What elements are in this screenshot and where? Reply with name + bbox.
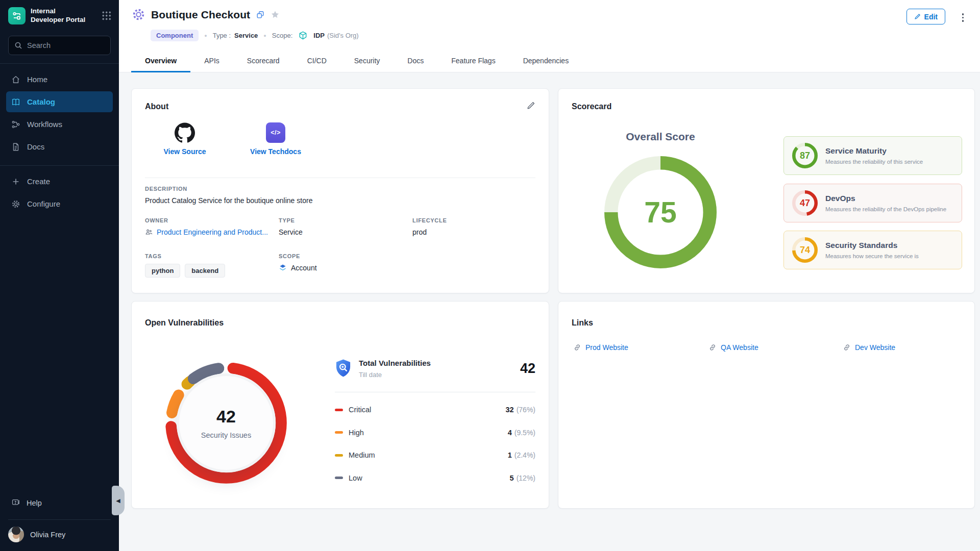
sidebar-item-workflows[interactable]: Workflows (6, 114, 113, 135)
owner-link[interactable]: Product Engineering and Product... (145, 228, 279, 236)
dot-separator: ● (263, 33, 266, 38)
view-source-link[interactable]: View Source (152, 121, 218, 156)
service-maturity-score: 87 (792, 143, 818, 168)
sidebar-item-label: Home (27, 75, 47, 84)
sidebar-item-label: Catalog (27, 97, 55, 106)
sidebar-divider (0, 63, 119, 64)
vulnerabilities-donut: 42 Security Issues (165, 362, 287, 484)
tag-chip[interactable]: backend (185, 264, 225, 278)
edit-button[interactable]: Edit (906, 9, 945, 24)
sidebar-item-configure[interactable]: Configure (6, 193, 113, 214)
severity-label: Low (349, 474, 362, 482)
plus-icon (11, 177, 20, 186)
edit-button-label: Edit (924, 13, 938, 21)
severity-row-medium: Medium 1 (2.4%) (335, 444, 535, 467)
tab-apis[interactable]: APIs (190, 51, 233, 72)
devops-ring: 47 (792, 190, 818, 216)
catalog-book-icon (11, 97, 20, 107)
overall-score-ring: 75 (604, 156, 717, 268)
sidebar-item-home[interactable]: Home (6, 69, 113, 90)
tab-docs[interactable]: Docs (394, 51, 437, 72)
link-prod-website[interactable]: Prod Website (573, 343, 628, 352)
app-grid-icon[interactable] (102, 11, 112, 21)
scope-name: IDP (313, 32, 325, 39)
sidebar-collapse-handle[interactable]: ◀ (112, 486, 125, 515)
links-title: Links (572, 318, 593, 328)
search-input[interactable] (27, 41, 105, 49)
severity-percent: (9.5%) (514, 429, 535, 437)
link-icon (708, 343, 717, 352)
view-techdocs-link[interactable]: </> View Techdocs (242, 121, 309, 156)
about-title: About (145, 102, 168, 111)
brand-name: Internal Developer Portal (31, 7, 97, 24)
type-value: Service (234, 32, 258, 39)
brand: Internal Developer Portal (0, 0, 119, 30)
severity-row-critical: Critical 32 (76%) (335, 398, 535, 421)
tag-chip[interactable]: python (145, 264, 180, 278)
sidebar-item-catalog[interactable]: Catalog (6, 91, 113, 112)
sidebar-item-create[interactable]: Create (6, 171, 113, 192)
tab-feature-flags[interactable]: Feature Flags (437, 51, 509, 72)
help-label: Help (27, 499, 42, 507)
medium-legend-marker (335, 454, 343, 457)
sidebar-item-docs[interactable]: Docs (6, 136, 113, 157)
sidebar-item-label: Create (27, 177, 50, 186)
total-vulnerabilities-value: 42 (520, 359, 535, 377)
sidebar-nav: Home Catalog Workflows Docs (0, 69, 119, 157)
more-options-icon[interactable] (960, 11, 966, 24)
security-standards-score: 74 (792, 237, 818, 263)
scope-label: Scope: (272, 32, 292, 39)
page-title: Boutique Checkout (151, 9, 250, 21)
tab-dependencies[interactable]: Dependencies (509, 51, 583, 72)
divider (145, 178, 535, 178)
tab-security[interactable]: Security (340, 51, 394, 72)
copy-icon[interactable] (256, 10, 265, 19)
devops-score: 47 (792, 190, 818, 216)
component-gear-icon (132, 8, 145, 21)
high-legend-marker (335, 431, 343, 434)
link-qa-website[interactable]: QA Website (708, 343, 758, 352)
overall-score-gauge: Overall Score 75 (558, 89, 763, 293)
security-issues-label: Security Issues (201, 431, 251, 439)
link-dev-website[interactable]: Dev Website (843, 343, 895, 352)
sidebar-item-label: Docs (27, 142, 44, 151)
edit-about-icon[interactable] (526, 101, 535, 110)
about-card: About View Source </> View Techdocs (131, 88, 549, 293)
total-vulnerabilities-title: Total Vulnerabilities (359, 359, 431, 367)
user-menu[interactable]: Olivia Frey (8, 527, 111, 542)
sidebar-item-label: Configure (27, 199, 60, 208)
star-icon[interactable] (271, 10, 280, 19)
user-name: Olivia Frey (30, 531, 65, 539)
tab-cicd[interactable]: CI/CD (293, 51, 340, 72)
severity-label: Medium (349, 451, 375, 459)
scorecard-item-security-standards[interactable]: 74 Security Standards Measures how secur… (783, 231, 962, 269)
avatar (8, 527, 24, 542)
help-button[interactable]: Help (11, 498, 108, 507)
sidebar-bottom: Help Olivia Frey (0, 498, 119, 551)
scorecard-item-devops[interactable]: 47 DevOps Measures the reliability of th… (783, 184, 962, 222)
tab-scorecard[interactable]: Scorecard (233, 51, 293, 72)
overall-score-label: Overall Score (558, 131, 763, 143)
lifecycle-label: LIFECYCLE (412, 217, 535, 223)
critical-legend-marker (335, 409, 343, 411)
account-icon (279, 264, 287, 272)
search-icon (14, 41, 22, 49)
group-icon (145, 228, 153, 236)
vulnerabilities-card: Open Vulnerabilities 42 Security Issues (131, 301, 549, 509)
view-source-label: View Source (152, 147, 218, 156)
scorecard-item-service-maturity[interactable]: 87 Service Maturity Measures the reliabi… (783, 136, 962, 175)
scope-label: SCOPE (279, 253, 535, 259)
severity-percent: (76%) (517, 406, 535, 414)
help-icon (11, 498, 20, 507)
severity-row-low: Low 5 (12%) (335, 467, 535, 490)
sidebar-search[interactable] (8, 36, 111, 55)
tab-overview[interactable]: Overview (131, 51, 190, 72)
link-icon (843, 343, 851, 352)
page-header: Boutique Checkout Component ● Type : Ser… (119, 0, 980, 72)
kind-badge: Component (151, 30, 199, 41)
gear-icon (11, 199, 20, 209)
vulnerabilities-title: Open Vulnerabilities (145, 318, 224, 328)
link-label: Prod Website (585, 343, 628, 352)
sidebar: Internal Developer Portal Home Catalog (0, 0, 119, 551)
brand-logo-icon (8, 7, 26, 24)
